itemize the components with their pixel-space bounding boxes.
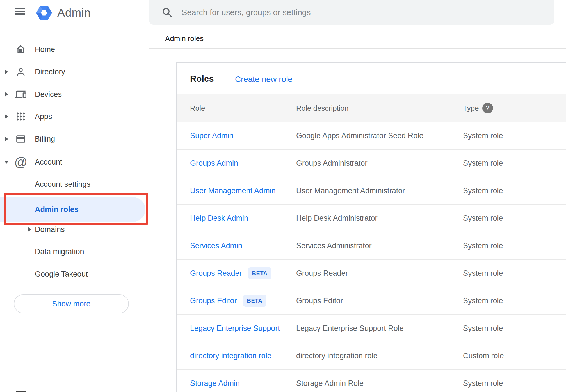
sidebar-item-billing[interactable]: Billing [0,128,143,150]
role-description: Storage Admin Role [296,379,364,388]
content-divider [149,48,566,49]
role-link[interactable]: Services Admin [190,241,242,250]
sidebar-item-data-migration[interactable]: Data migration [0,240,143,263]
table-row: Legacy Enterprise SupportLegacy Enterpri… [177,315,566,342]
hamburger-bar [15,13,25,15]
role-link[interactable]: Groups Admin [190,159,238,168]
sidebar-item-label: Directory [35,68,65,76]
role-type: Custom role [463,352,504,360]
table-row: Storage AdminStorage Admin RoleSystem ro… [177,370,566,392]
role-link[interactable]: Groups Reader [190,269,242,278]
role-description: Groups Reader [296,269,348,278]
search-input[interactable] [182,0,541,25]
role-type: System role [463,297,503,305]
role-link[interactable]: Super Admin [190,131,234,140]
role-link[interactable]: Storage Admin [190,379,240,388]
role-description: Groups Administrator [296,159,368,168]
role-cell: Super Admin [190,131,234,140]
sidebar-item-domains[interactable]: Domains [0,218,143,241]
role-link[interactable]: Legacy Enterprise Support [190,324,280,333]
breadcrumb: Admin roles [165,34,204,43]
roles-table-body: Super AdminGoogle Apps Administrator See… [177,122,566,392]
table-row: User Management AdminUser Management Adm… [177,177,566,205]
role-description: Legacy Enterprise Support Role [296,324,404,333]
sidebar: Admin Home Directory Devices [0,0,144,392]
role-link[interactable]: Groups Editor [190,297,237,305]
expand-down-icon [4,161,9,164]
table-row: Super AdminGoogle Apps Administrator See… [177,122,566,150]
create-new-role-link[interactable]: Create new role [235,75,293,84]
sidebar-item-label: Home [35,45,55,54]
devices-icon [15,89,26,100]
role-type: System role [463,269,503,278]
credit-card-icon [15,133,26,145]
beta-badge: BETA [248,267,271,279]
role-description: Groups Editor [296,297,343,305]
home-icon [15,44,26,55]
role-type: System role [463,379,503,388]
table-row: Help Desk AdminHelp Desk AdministratorSy… [177,205,566,232]
roles-title: Roles [190,74,214,84]
sidebar-item-account[interactable]: @ Account [0,151,143,173]
role-type: System role [463,241,503,250]
role-cell: Groups ReaderBETA [190,267,271,279]
role-cell: Groups EditorBETA [190,295,266,307]
role-cell: Legacy Enterprise Support [190,324,280,333]
column-header-role: Role [190,104,205,113]
role-type: System role [463,186,503,195]
search-icon [161,7,173,18]
role-cell: Groups Admin [190,159,238,168]
role-cell: Help Desk Admin [190,214,248,223]
sidebar-item-label: Account settings [35,180,90,189]
table-row: Groups ReaderBETAGroups ReaderSystem rol… [177,260,566,287]
beta-badge: BETA [243,295,266,307]
role-type: System role [463,214,503,223]
help-icon[interactable]: ? [482,103,493,113]
expand-right-icon [5,114,8,119]
sidebar-item-account-settings[interactable]: Account settings [0,173,143,195]
column-header-description: Role description [296,104,348,113]
sidebar-item-label: Admin roles [35,205,79,214]
sidebar-item-devices[interactable]: Devices [0,83,143,106]
table-row: Services AdminServices AdministratorSyst… [177,232,566,260]
show-more-button[interactable]: Show more [14,294,129,313]
sidebar-item-home[interactable]: Home [0,38,143,61]
table-row: Groups AdminGroups AdministratorSystem r… [177,150,566,177]
role-description: Services Administrator [296,241,372,250]
role-link[interactable]: Help Desk Admin [190,214,248,223]
at-sign-icon: @ [15,156,26,168]
table-header: Role Role description Type ? [177,94,566,122]
role-type: System role [463,324,503,333]
sidebar-divider [0,378,143,378]
sidebar-item-label: Google Takeout [35,270,88,279]
role-description: directory integration role [296,352,378,360]
role-description: Help Desk Administrator [296,214,378,223]
expand-right-icon [5,137,8,141]
apps-grid-icon [15,111,26,122]
sidebar-item-label: Account [35,158,62,167]
hamburger-bar [15,11,25,12]
expand-right-icon [28,227,31,232]
expand-right-icon [5,92,8,97]
expand-right-icon [5,70,8,74]
role-link[interactable]: User Management Admin [190,186,276,195]
roles-card: Roles Create new role Role Role descript… [176,62,566,392]
role-cell: Storage Admin [190,379,240,388]
menu-hamburger-button[interactable] [15,8,25,15]
admin-logo-icon [36,6,53,20]
sidebar-item-apps[interactable]: Apps [0,105,143,128]
search-bar [149,0,554,25]
sidebar-item-label: Billing [35,135,55,143]
sidebar-item-directory[interactable]: Directory [0,61,143,83]
table-row: Groups EditorBETAGroups EditorSystem rol… [177,287,566,315]
sidebar-item-google-takeout[interactable]: Google Takeout [0,263,143,285]
column-header-type: Type [463,104,479,113]
table-row: directory integration roledirectory inte… [177,342,566,370]
role-cell: User Management Admin [190,186,276,195]
sidebar-item-label: Data migration [35,247,84,256]
role-description: User Management Administrator [296,186,405,195]
role-type: System role [463,159,503,168]
role-link[interactable]: directory integration role [190,352,271,360]
role-cell: Services Admin [190,241,242,250]
role-description: Google Apps Administrator Seed Role [296,131,423,140]
